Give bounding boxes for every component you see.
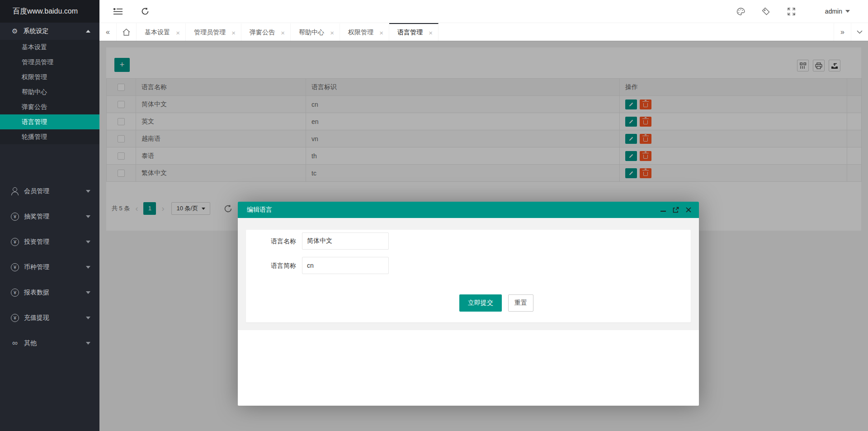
tab-close-icon[interactable]: ×	[281, 28, 285, 36]
tab-list: 基本设置 × 管理员管理 × 弹窗公告 × 帮助中心 × 权限管理 ×	[137, 23, 439, 41]
dialog-body: 语言名称 语言简称 立即提交 重置	[238, 218, 699, 330]
sidebar-subitem[interactable]: 弹窗公告	[0, 99, 99, 114]
tabs-menu-icon[interactable]	[851, 23, 868, 41]
sidebar-subitem-label: 管理员管理	[22, 58, 53, 66]
sidebar-group-label: 抽奖管理	[24, 213, 49, 221]
collapse-sidebar-icon[interactable]	[108, 0, 128, 23]
language-name-input[interactable]	[302, 232, 389, 250]
chevron-down-icon	[845, 10, 850, 13]
sidebar-group-label: 报表数据	[24, 289, 49, 297]
group-icon: ∞	[11, 339, 19, 347]
tab-close-icon[interactable]: ×	[429, 28, 433, 36]
sidebar-group-label: 其他	[24, 339, 37, 347]
sidebar-subitem[interactable]: 轮播管理	[0, 129, 99, 144]
sidebar-group[interactable]: 会员管理	[0, 179, 99, 204]
app-logo: 百度www.baidu.com	[0, 0, 99, 23]
sidebar-group[interactable]: ¥ 投资管理	[0, 229, 99, 255]
tab-label: 弹窗公告	[250, 28, 275, 37]
tab-close-icon[interactable]: ×	[231, 28, 236, 36]
sidebar-group-system[interactable]: ⚙ 系统设定	[0, 23, 99, 40]
theme-palette-icon[interactable]	[731, 0, 750, 23]
sidebar-subitem-label: 基本设置	[22, 43, 47, 51]
page-tabs: « 基本设置 × 管理员管理 × 弹窗公告 × 帮助中心 ×	[99, 23, 868, 41]
sidebar-group[interactable]: ¥ 币种管理	[0, 255, 99, 280]
group-icon: ¥	[11, 238, 19, 246]
chevron-down-icon	[86, 190, 90, 193]
chevron-down-icon	[86, 291, 90, 294]
language-code-label: 语言简称	[246, 257, 296, 274]
tab[interactable]: 弹窗公告 ×	[241, 23, 291, 41]
minimize-icon[interactable]	[660, 207, 666, 213]
sidebar-submenu: 基本设置 管理员管理 权限管理 帮助中心 弹窗公告 语言管理 轮播管理	[0, 40, 99, 144]
sidebar-subitem[interactable]: 权限管理	[0, 70, 99, 85]
submit-button[interactable]: 立即提交	[459, 294, 502, 312]
close-icon[interactable]	[685, 207, 692, 213]
chevron-down-icon	[86, 317, 90, 319]
sidebar-subitem-label: 帮助中心	[22, 88, 47, 95]
tab-close-icon[interactable]: ×	[330, 28, 334, 36]
sidebar-group[interactable]: ¥ 抽奖管理	[0, 204, 99, 229]
sidebar-group-label: 投资管理	[24, 238, 49, 246]
language-name-label: 语言名称	[246, 232, 296, 250]
group-icon: ¥	[11, 314, 19, 322]
edit-language-form: 语言名称 语言简称 立即提交 重置	[246, 230, 691, 322]
chevron-down-icon	[86, 241, 90, 243]
sidebar-subitem-label: 轮播管理	[22, 133, 47, 140]
tab-label: 管理员管理	[194, 28, 226, 37]
group-icon: ¥	[11, 263, 19, 271]
dialog-title: 编辑语言	[247, 206, 272, 214]
tab[interactable]: 语言管理 ×	[389, 23, 439, 41]
sidebar-group-label: 会员管理	[24, 187, 49, 195]
refresh-icon[interactable]	[135, 0, 156, 23]
chevron-down-icon	[86, 215, 90, 218]
chevron-down-icon	[86, 266, 90, 269]
fullscreen-icon[interactable]	[781, 0, 801, 23]
dialog-titlebar[interactable]: 编辑语言	[238, 202, 699, 218]
group-icon	[11, 187, 19, 195]
sidebar-subitem-label: 语言管理	[22, 118, 47, 125]
language-code-input[interactable]	[302, 257, 389, 274]
sidebar-group[interactable]: ¥ 报表数据	[0, 280, 99, 305]
sidebar-subitem[interactable]: 基本设置	[0, 40, 99, 55]
sidebar-group-label: 系统设定	[23, 27, 48, 35]
tab-label: 帮助中心	[299, 28, 324, 37]
sidebar-group[interactable]: ¥ 充值提现	[0, 305, 99, 331]
tab[interactable]: 管理员管理 ×	[186, 23, 241, 41]
sidebar-subitem[interactable]: 帮助中心	[0, 85, 99, 99]
sidebar-subitem-label: 权限管理	[22, 73, 47, 81]
sidebar-subitem[interactable]: 管理员管理	[0, 55, 99, 70]
sidebar-group[interactable]: ∞ 其他	[0, 331, 99, 356]
username: admin	[825, 8, 842, 15]
tab-label: 语言管理	[397, 28, 423, 37]
group-icon: ¥	[11, 213, 19, 221]
tab-label: 基本设置	[145, 28, 170, 37]
gear-icon: ⚙	[12, 27, 18, 35]
tab-close-icon[interactable]: ×	[176, 28, 180, 36]
sidebar: ⚙ 系统设定 基本设置 管理员管理 权限管理 帮助中心 弹窗公告	[0, 23, 99, 431]
maximize-icon[interactable]	[673, 207, 679, 213]
edit-language-dialog: 编辑语言 语言名称 语言	[238, 202, 699, 406]
reset-button[interactable]: 重置	[508, 294, 533, 312]
group-icon: ¥	[11, 289, 19, 297]
tag-icon[interactable]	[756, 0, 776, 23]
tab-home[interactable]	[117, 23, 137, 41]
chevron-down-icon	[86, 342, 90, 345]
sidebar-groups: 会员管理 ¥ 抽奖管理 ¥ 投资管理 ¥ 币种管理 ¥	[0, 144, 99, 356]
tab-label: 权限管理	[348, 28, 373, 37]
tab[interactable]: 权限管理 ×	[340, 23, 389, 41]
tabs-scroll-right[interactable]: »	[834, 23, 851, 41]
sidebar-subitem-label: 弹窗公告	[22, 103, 47, 110]
tabs-scroll-left[interactable]: «	[99, 23, 117, 41]
sidebar-group-label: 币种管理	[24, 263, 49, 271]
tab[interactable]: 帮助中心 ×	[291, 23, 340, 41]
tab-close-icon[interactable]: ×	[379, 28, 383, 36]
sidebar-subitem[interactable]: 语言管理	[0, 114, 99, 129]
chevron-up-icon	[86, 30, 90, 33]
tab[interactable]: 基本设置 ×	[137, 23, 186, 41]
user-menu[interactable]: admin	[825, 0, 850, 23]
sidebar-group-label: 充值提现	[24, 314, 49, 322]
top-header: admin	[99, 0, 868, 23]
